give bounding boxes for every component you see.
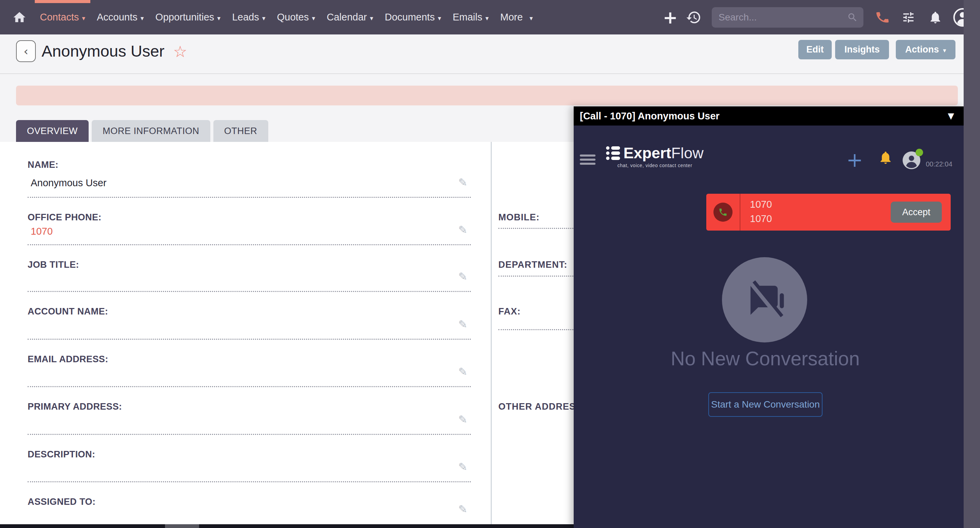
nav-item-quotes[interactable]: Quotes▾: [271, 0, 321, 34]
edit-button-label: Edit: [807, 44, 824, 55]
nav-label: Quotes: [277, 11, 309, 23]
field-value[interactable]: 1070: [31, 226, 53, 237]
search-icon: [847, 12, 858, 23]
nav-item-documents[interactable]: Documents▾: [379, 0, 447, 34]
tab-other[interactable]: OTHER: [213, 120, 268, 142]
brand-tagline: chat, voice, video contact center: [617, 163, 692, 168]
field-label: ACCOUNT NAME:: [28, 306, 108, 317]
tab-more-information[interactable]: MORE INFORMATION: [92, 120, 210, 142]
history-icon[interactable]: [686, 10, 702, 25]
call-header-text: [Call - 1070] Anonymous User: [580, 110, 719, 122]
logo-dots-icon: [606, 146, 620, 160]
alert-bar: [16, 86, 958, 105]
field-label: FAX:: [498, 306, 521, 317]
field-label: JOB TITLE:: [28, 260, 79, 270]
bell-icon[interactable]: [878, 150, 893, 166]
phone-icon[interactable]: [875, 10, 890, 25]
search-input[interactable]: [719, 12, 847, 23]
field-label: EMAIL ADDRESS:: [28, 354, 108, 365]
chevron-down-icon: ▾: [217, 14, 221, 22]
nav-item-more[interactable]: More▾: [495, 0, 539, 34]
edit-pencil-icon[interactable]: ✎: [458, 319, 467, 330]
title-divider: [0, 73, 964, 74]
field-value: Anonymous User: [31, 177, 107, 188]
expertflow-widget-panel: [Call - 1070] Anonymous User ▼ ExpertFlo…: [574, 107, 964, 528]
accept-call-button[interactable]: Accept: [891, 202, 942, 223]
field-row-account-name: ACCOUNT NAME: ✎: [28, 292, 471, 340]
nav-label: Documents: [385, 11, 435, 23]
field-row-description: DESCRIPTION: ✎: [28, 435, 471, 482]
edit-pencil-icon[interactable]: ✎: [458, 414, 467, 425]
field-label: PRIMARY ADDRESS:: [28, 402, 122, 412]
search-icon[interactable]: [847, 12, 858, 23]
back-chevron-icon: ‹: [24, 45, 28, 57]
brand-name: ExpertFlow: [624, 145, 703, 161]
sliders-icon: [902, 11, 915, 24]
incoming-call-icon-cell: [706, 194, 740, 231]
edit-pencil-icon[interactable]: ✎: [458, 177, 467, 188]
top-navbar: Contacts▾ Accounts▾ Opportunities▾ Leads…: [0, 0, 980, 34]
navbar-right: +: [663, 0, 980, 34]
caret-down-icon: ▾: [943, 47, 946, 54]
phone-icon: [718, 207, 728, 217]
actions-button[interactable]: Actions▾: [896, 40, 955, 59]
vertical-scrollbar[interactable]: [964, 0, 980, 528]
global-search: [712, 7, 864, 28]
bell-icon: [928, 10, 942, 25]
quick-create-plus-icon[interactable]: +: [663, 8, 678, 26]
call-header-bar[interactable]: [Call - 1070] Anonymous User ▼: [574, 107, 964, 126]
brand-name-light: Flow: [671, 144, 703, 162]
field-label: OTHER ADDRESS:: [498, 402, 585, 412]
phone-circle: [713, 203, 733, 222]
expertflow-logo: ExpertFlow chat, voice, video contact ce…: [606, 145, 703, 168]
favorite-star-icon[interactable]: ☆: [173, 44, 187, 59]
chevron-down-icon: ▼: [948, 111, 954, 121]
history-icon: [686, 10, 702, 25]
nav-item-leads[interactable]: Leads▾: [226, 0, 271, 34]
nav-item-emails[interactable]: Emails▾: [447, 0, 495, 34]
back-button[interactable]: ‹: [16, 40, 36, 62]
field-label: DEPARTMENT:: [498, 260, 568, 270]
fields-left-column: NAME: Anonymous User ✎ OFFICE PHONE: 107…: [28, 142, 471, 523]
widget-topbar: ExpertFlow chat, voice, video contact ce…: [574, 126, 964, 171]
horizontal-scrollbar-thumb[interactable]: [165, 524, 199, 528]
edit-pencil-icon[interactable]: ✎: [458, 225, 467, 235]
brand-name-bold: Expert: [624, 144, 671, 162]
nav-label: Leads: [232, 11, 259, 23]
edit-pencil-icon[interactable]: ✎: [458, 504, 467, 515]
no-conversation-circle: [722, 257, 807, 343]
new-conversation-plus-icon[interactable]: +: [846, 150, 863, 170]
insights-button[interactable]: Insights: [835, 40, 889, 59]
nav-item-contacts[interactable]: Contacts▾: [34, 0, 91, 34]
home-icon[interactable]: [5, 0, 34, 34]
home-icon: [12, 10, 27, 25]
field-label: DESCRIPTION:: [28, 449, 95, 460]
field-row-office-phone: OFFICE PHONE: 1070 ✎: [28, 198, 471, 245]
insights-button-label: Insights: [844, 44, 880, 55]
nav-item-calendar[interactable]: Calendar▾: [321, 0, 379, 34]
main-nav: Contacts▾ Accounts▾ Opportunities▾ Leads…: [34, 0, 539, 34]
nav-label: Calendar: [327, 11, 367, 23]
bell-icon[interactable]: [928, 10, 942, 25]
record-tabs: OVERVIEW MORE INFORMATION OTHER: [16, 120, 268, 142]
nav-label: Contacts: [40, 11, 79, 23]
field-row-assigned-to: ASSIGNED TO: ✎: [28, 482, 471, 523]
nav-item-opportunities[interactable]: Opportunities▾: [150, 0, 226, 34]
tab-overview[interactable]: OVERVIEW: [16, 120, 89, 142]
edit-pencil-icon[interactable]: ✎: [458, 461, 467, 472]
caller-number: 1070: [750, 197, 772, 212]
chat-muted-icon: [742, 277, 787, 322]
field-label: ASSIGNED TO:: [28, 497, 95, 507]
edit-pencil-icon[interactable]: ✎: [458, 271, 467, 282]
field-label: NAME:: [28, 160, 59, 170]
column-divider: [491, 142, 492, 524]
bell-icon: [878, 150, 893, 165]
chevron-down-icon: ▾: [312, 14, 315, 22]
nav-item-accounts[interactable]: Accounts▾: [91, 0, 150, 34]
sliders-icon[interactable]: [902, 11, 915, 24]
start-conversation-button[interactable]: Start a New Conversation: [708, 392, 822, 417]
menu-icon[interactable]: [580, 155, 595, 165]
edit-button[interactable]: Edit: [798, 40, 832, 59]
nav-label: More: [500, 11, 523, 23]
edit-pencil-icon[interactable]: ✎: [458, 366, 467, 377]
